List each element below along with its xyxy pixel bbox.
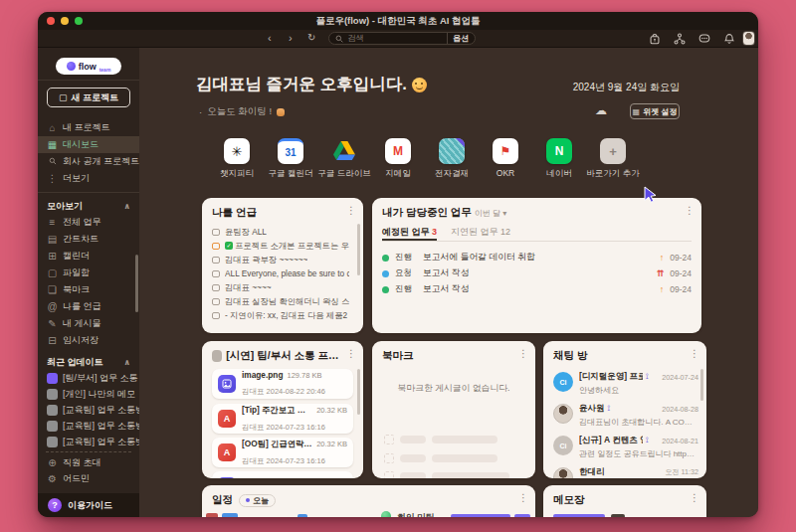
app-shortcut-chatgpt[interactable]: ✳ 챗지피티: [210, 138, 264, 180]
chat-room-item[interactable]: 윤사원⟟2024-08-28 김대표님이 초대합니다. A COMPAN...: [553, 403, 698, 433]
notification-bell-icon[interactable]: [722, 32, 736, 46]
file-item[interactable]: A [Tip] 주간보고 작성...20.32 KB 김대표 2024-07-2…: [212, 404, 353, 434]
google-calendar-icon: 31: [278, 138, 303, 164]
file-item[interactable]: 스테이크.jpg99.12 KB: [212, 471, 353, 478]
skeleton-bar: [432, 472, 509, 478]
widget-settings-button[interactable]: ▦ 위젯 설정: [630, 103, 680, 119]
app-shortcut-google-drive[interactable]: 구글 드라이브: [317, 138, 371, 180]
sidebar-item-dashboard[interactable]: ▦ 대시보드: [38, 136, 139, 153]
room-color-icon: [47, 389, 58, 400]
sidebar-item-public-projects[interactable]: 회사 공개 프로젝트: [38, 153, 139, 170]
org-chart-icon[interactable]: [673, 32, 687, 46]
mention-item[interactable]: ALL Everyone, please be sure to che...: [212, 266, 349, 280]
sidebar-item-more[interactable]: ⋮ 더보기: [38, 170, 139, 187]
sidebar-item-files[interactable]: ▢파일함: [38, 265, 139, 281]
app-shortcut-naver[interactable]: N 네이버: [532, 138, 586, 180]
task-row[interactable]: 진행 보고서 작성 ↑ 09-24: [382, 281, 692, 297]
refresh-button[interactable]: ↻: [307, 33, 315, 43]
card-menu-button[interactable]: ⋮: [690, 348, 699, 359]
sidebar-item-drafts[interactable]: ⊟임시저장: [38, 332, 139, 349]
card-title: [시연] 팀/부서 소통 프로젝트: [212, 349, 341, 363]
schedule-item-title[interactable]: 회의 미팅: [397, 512, 435, 517]
mention-item[interactable]: ✓프로젝트 소개본 프로젝트는 우리 부...: [212, 239, 349, 253]
file-box-icon: ▢: [47, 267, 58, 278]
shop-bag-icon[interactable]: [648, 32, 662, 46]
mention-item[interactable]: 윤팀장 ALL: [212, 225, 349, 239]
card-menu-button[interactable]: ⋮: [346, 205, 356, 216]
mention-item[interactable]: - 지연이유: xx, 김대표 다음 제품2 건도 ...: [212, 308, 349, 322]
sidebar-item-my-posts[interactable]: ✎내 게시물: [38, 315, 139, 332]
card-menu-button[interactable]: ⋮: [346, 348, 356, 359]
chat-room-item[interactable]: Ci [신규] A 컨텐츠 영...⟟2024-08-21 관련 일정도 공유드…: [553, 435, 698, 464]
status-dot-green: [382, 255, 389, 262]
divider: [46, 451, 131, 452]
skeleton-bar: [400, 472, 426, 478]
chat-bubble-icon[interactable]: [697, 32, 711, 46]
file-item[interactable]: image.png129.78 KB 김대표 2024-08-22 20:46: [212, 369, 353, 399]
chat-room-item[interactable]: Ci [디지털운영] 프로그...⟟2024-07-24 안녕하세요: [553, 371, 698, 401]
card-menu-button[interactable]: ⋮: [685, 205, 695, 216]
current-date: 2024년 9월 24일 화요일: [573, 81, 680, 94]
okr-flag-icon: ⚑: [493, 138, 518, 164]
new-project-button[interactable]: ▢ 새 프로젝트: [47, 88, 130, 107]
post-icon: ✎: [47, 318, 58, 329]
app-shortcut-gmail[interactable]: M 지메일: [371, 138, 425, 180]
sidebar-scrollbar[interactable]: [135, 255, 138, 312]
sidebar-item-my-projects[interactable]: ⌂ 내 프로젝트: [38, 119, 139, 136]
sidebar-item-mentions[interactable]: @나를 언급: [38, 298, 139, 315]
card-scrollbar[interactable]: [700, 369, 703, 401]
sidebar-item-gantt[interactable]: ▤간트차트: [38, 231, 139, 248]
task-title: 보고서에 들어갈 데이터 취합: [423, 252, 654, 264]
card-menu-button[interactable]: ⋮: [518, 348, 528, 359]
card-menu-button[interactable]: ⋮: [690, 492, 699, 503]
app-window: 플로우(flow) - 대한민국 최초 AI 협업툴 ‹ › ↻ 검색 옵션: [38, 12, 758, 517]
card-scrollbar[interactable]: [357, 369, 360, 415]
sidebar-item-guide[interactable]: ? 이용가이드: [38, 493, 139, 517]
sidebar-item-all-tasks[interactable]: ≡전체 업무: [38, 214, 139, 231]
mention-item[interactable]: 김대표 실장님 확인해더니 왁싱 스노텍...: [212, 294, 349, 308]
sidebar-item-calendar[interactable]: ⊞캘린더: [38, 248, 139, 265]
search-input[interactable]: 검색 옵션: [328, 32, 476, 45]
sidebar-item-invite[interactable]: ⊕직원 초대: [38, 454, 139, 470]
gmail-icon: M: [385, 138, 411, 164]
task-row[interactable]: 진행 보고서에 들어갈 데이터 취합 ↑ 09-24: [382, 250, 692, 266]
sidebar-item-room[interactable]: [팀/부서] 업무 소통 방: [38, 370, 139, 386]
bookmark-icon: ❏: [47, 284, 58, 295]
flow-room-avatar: Ci: [553, 372, 573, 392]
card-menu-button[interactable]: ⋮: [518, 492, 528, 503]
task-date: 09-24: [670, 268, 692, 278]
app-shortcut-approval[interactable]: 전자결재: [425, 138, 479, 180]
sidebar-item-room[interactable]: [교육팀] 업무 소통방: [38, 402, 139, 418]
skeleton-icon: [384, 471, 394, 478]
task-row[interactable]: 요청 보고서 작성 ⇈ 09-24: [382, 266, 692, 281]
section-header-recent[interactable]: 최근 업데이트 ∧: [38, 354, 139, 370]
app-shortcut-google-calendar[interactable]: 31 구글 캘린더: [264, 138, 317, 180]
sidebar-item-room[interactable]: [교육팀] 업무 소통밧: [38, 434, 139, 449]
tab-delayed-tasks[interactable]: 지연된 업무 12: [451, 226, 510, 241]
gantt-icon: ▤: [47, 234, 58, 245]
sidebar-item-label: 내 게시물: [63, 317, 101, 330]
sidebar-item-admin[interactable]: ⚙어드민: [38, 470, 139, 486]
card-scrollbar[interactable]: [357, 224, 360, 275]
file-item[interactable]: A [OO팀] 긴급연락망....20.32 KB 김대표 2024-07-23…: [212, 438, 353, 467]
tab-scheduled-tasks[interactable]: 예정된 업무 3: [382, 226, 437, 241]
forward-button[interactable]: ›: [289, 33, 293, 43]
back-button[interactable]: ‹: [268, 33, 272, 43]
user-avatar[interactable]: [742, 31, 755, 46]
weather-cloud-icon[interactable]: ☁: [595, 103, 607, 117]
sidebar-item-room[interactable]: [개인] 나만의 메모: [38, 386, 139, 402]
sidebar-item-room[interactable]: [교육팀] 업무 소통방: [38, 418, 139, 434]
sidebar-item-bookmarks[interactable]: ❏북마크: [38, 281, 139, 298]
schedule-chip: [222, 513, 238, 517]
search-option-button[interactable]: 옵션: [447, 33, 469, 44]
mention-item[interactable]: 김대표 곽부장 ~~~~~~: [212, 253, 349, 266]
status-label: 진행: [395, 283, 417, 295]
today-badge[interactable]: 오늘: [239, 494, 276, 507]
chat-room-item[interactable]: 한대리오전 11:32: [553, 466, 698, 478]
app-shortcut-okr[interactable]: ⚑ OKR: [479, 138, 532, 180]
task-date: 09-24: [670, 284, 692, 294]
add-shortcut-button[interactable]: + 바로가기 추가: [586, 138, 640, 180]
sidebar-item-label: 더보기: [63, 172, 90, 185]
section-header-collections[interactable]: 모아보기 ∧: [38, 198, 139, 214]
mention-item[interactable]: 김대표 ~~~~: [212, 280, 349, 294]
